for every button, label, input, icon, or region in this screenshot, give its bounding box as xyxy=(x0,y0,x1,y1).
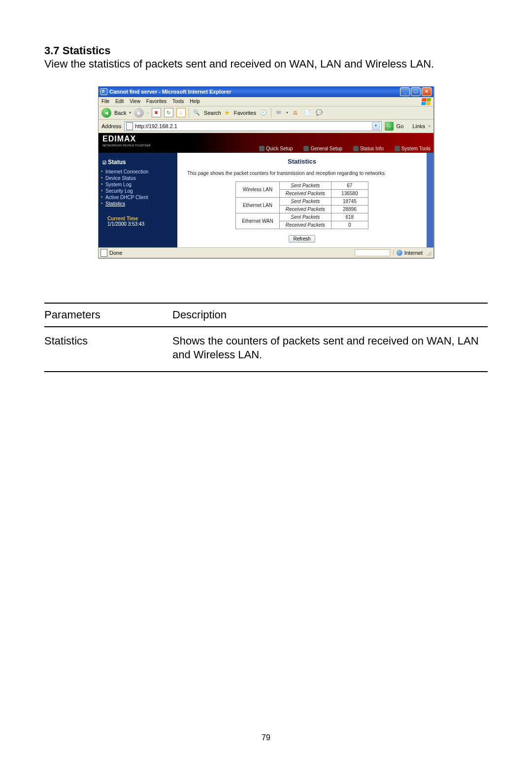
recv-label: Received Packets xyxy=(279,189,331,197)
forward-button[interactable]: ► xyxy=(134,108,144,118)
window-titlebar: Cannot find server - Microsoft Internet … xyxy=(99,87,433,97)
sent-value: 67 xyxy=(331,181,368,189)
mail-icon[interactable]: ✉ xyxy=(274,108,283,117)
router-sidebar: ☑Status Internet Connection Device Statu… xyxy=(99,153,177,247)
ie-icon xyxy=(100,88,107,95)
sidebar-item-system-log[interactable]: System Log xyxy=(105,181,174,188)
tab-system-tools[interactable]: System Tools xyxy=(395,146,431,151)
go-label[interactable]: Go xyxy=(397,123,404,129)
menu-tools[interactable]: Tools xyxy=(172,99,184,104)
status-bar: Done Internet xyxy=(99,247,433,258)
search-icon[interactable]: 🔍 xyxy=(192,108,201,117)
address-bar: Address http://192.168.2.1 ▾ → Go Links … xyxy=(99,120,433,133)
menu-help[interactable]: Help xyxy=(190,99,200,104)
recv-value: 28896 xyxy=(331,205,368,213)
menu-bar: File Edit View Favorites Tools Help xyxy=(99,97,433,106)
windows-logo-icon xyxy=(421,98,431,105)
menu-favorites[interactable]: Favorites xyxy=(146,99,166,104)
table-row: Ethernet LAN Sent Packets 18745 xyxy=(236,197,368,205)
print-icon[interactable]: 🖶 xyxy=(291,108,300,117)
router-main-panel: Statistics This page shows the packet co… xyxy=(177,153,427,247)
page-icon xyxy=(126,122,133,130)
panel-title: Statistics xyxy=(187,158,417,165)
links-label[interactable]: Links xyxy=(412,123,425,129)
sidebar-item-internet-connection[interactable]: Internet Connection xyxy=(105,169,174,175)
edit-icon[interactable]: 📄 xyxy=(303,108,312,117)
refresh-button[interactable]: ↻ xyxy=(164,108,173,117)
section-intro: View the statistics of packets sent and … xyxy=(44,57,488,71)
table-row: Statistics Shows the counters of packets… xyxy=(44,327,488,372)
tab-general-setup[interactable]: General Setup xyxy=(303,146,342,151)
sidebar-item-device-status[interactable]: Device Status xyxy=(105,175,174,181)
tab-quick-setup[interactable]: Quick Setup xyxy=(259,146,293,151)
links-chevron-icon[interactable]: » xyxy=(428,124,431,129)
window-title: Cannot find server - Microsoft Internet … xyxy=(109,89,400,95)
parameters-table: Parameters Description Statistics Shows … xyxy=(44,303,488,372)
address-url: http://192.168.2.1 xyxy=(135,123,177,129)
refresh-button[interactable]: Refresh xyxy=(289,235,315,242)
router-logo-subtitle: NETWORKING PEOPLE TOGETHER xyxy=(102,144,151,147)
home-button[interactable]: ⌂ xyxy=(176,108,186,117)
param-desc: Shows the counters of packets sent and r… xyxy=(172,327,488,372)
recv-label: Received Packets xyxy=(279,221,331,229)
internet-zone-icon xyxy=(397,250,402,256)
sent-label: Sent Packets xyxy=(279,181,331,189)
address-input[interactable]: http://192.168.2.1 ▾ xyxy=(124,121,381,131)
sent-label: Sent Packets xyxy=(279,213,331,221)
toolbar: ◄ Back ▾ ► - ✖ ↻ ⌂ 🔍 Search ★ Favorites … xyxy=(99,106,433,120)
router-banner: EDIMAX NETWORKING PEOPLE TOGETHER Quick … xyxy=(99,133,433,153)
status-progress xyxy=(355,249,390,256)
menu-view[interactable]: View xyxy=(130,99,140,104)
sidebar-item-security-log[interactable]: Security Log xyxy=(105,188,174,194)
page-number: 79 xyxy=(0,733,532,742)
maximize-button[interactable]: □ xyxy=(411,87,421,96)
status-page-icon xyxy=(100,249,107,257)
sidebar-item-active-dhcp-client[interactable]: Active DHCP Client xyxy=(105,194,174,201)
history-icon[interactable]: 🕘 xyxy=(259,108,268,117)
sidebar-title: ☑Status xyxy=(99,158,177,169)
right-decor-stripe xyxy=(427,153,433,247)
sidebar-current-time-label: Current Time xyxy=(99,212,177,221)
desc-header: Description xyxy=(172,303,488,327)
favorites-icon[interactable]: ★ xyxy=(224,109,230,116)
iface-wireless-lan: Wireless LAN xyxy=(236,181,280,197)
sent-value: 618 xyxy=(331,213,368,221)
router-logo: EDIMAX xyxy=(102,135,136,143)
sidebar-item-statistics[interactable]: Statistics xyxy=(105,201,174,207)
browser-screenshot: Cannot find server - Microsoft Internet … xyxy=(98,86,434,258)
back-label[interactable]: Back xyxy=(114,110,126,116)
sent-label: Sent Packets xyxy=(279,197,331,205)
discuss-icon[interactable]: 💬 xyxy=(315,108,324,117)
table-row: Wireless LAN Sent Packets 67 xyxy=(236,181,368,189)
go-button[interactable]: → xyxy=(385,122,394,131)
section-heading: 3.7 Statistics xyxy=(44,44,488,57)
tab-status-info[interactable]: Status Info xyxy=(353,146,384,151)
recv-value: 0 xyxy=(331,221,368,229)
statistics-table: Wireless LAN Sent Packets 67 Received Pa… xyxy=(235,181,368,229)
param-header: Parameters xyxy=(44,303,172,327)
address-dropdown[interactable]: ▾ xyxy=(372,122,380,130)
status-text: Done xyxy=(109,250,122,256)
favorites-label[interactable]: Favorites xyxy=(234,110,256,116)
table-row: Ethernet WAN Sent Packets 618 xyxy=(236,213,368,221)
iface-ethernet-wan: Ethernet WAN xyxy=(236,213,280,229)
minimize-button[interactable]: _ xyxy=(400,87,410,96)
param-name: Statistics xyxy=(44,327,172,372)
internet-zone-label: Internet xyxy=(404,250,423,256)
iface-ethernet-lan: Ethernet LAN xyxy=(236,197,280,213)
address-label: Address xyxy=(101,123,121,129)
panel-description: This page shows the packet counters for … xyxy=(187,170,417,176)
sent-value: 18745 xyxy=(331,197,368,205)
recv-value: 136580 xyxy=(331,189,368,197)
menu-edit[interactable]: Edit xyxy=(115,99,124,104)
stop-button[interactable]: ✖ xyxy=(152,108,161,117)
back-button[interactable]: ◄ xyxy=(101,108,111,118)
recv-label: Received Packets xyxy=(279,205,331,213)
resize-grip-icon[interactable] xyxy=(426,250,432,256)
sidebar-current-time-value: 1/1/2000 3:53:43 xyxy=(99,221,177,231)
close-button[interactable]: × xyxy=(422,87,432,96)
search-label[interactable]: Search xyxy=(204,110,221,116)
menu-file[interactable]: File xyxy=(101,99,109,104)
